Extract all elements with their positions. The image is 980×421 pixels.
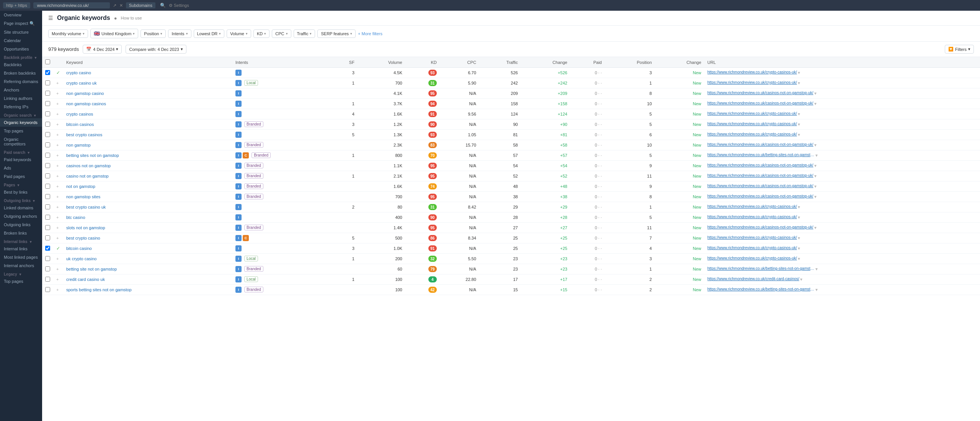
url-menu-icon[interactable]: ▾: [815, 153, 818, 158]
sidebar-item-organic-competitors[interactable]: Organic competitors: [0, 135, 42, 148]
url-menu-icon[interactable]: ▾: [798, 111, 800, 117]
url-link[interactable]: https://www.richmondreview.co.uk/crypto-…: [707, 204, 797, 209]
select-all-header[interactable]: [42, 57, 53, 68]
row-checkbox-cell[interactable]: [42, 99, 53, 109]
url-menu-icon[interactable]: ▾: [798, 132, 800, 137]
sidebar-section-organic[interactable]: Organic search ▼: [0, 111, 42, 118]
kd-filter[interactable]: KD ▾: [253, 29, 270, 38]
url-link[interactable]: https://www.richmondreview.co.uk/casinos…: [707, 173, 813, 178]
keyword-link[interactable]: credit card casino uk: [66, 277, 105, 282]
sidebar-item-internal-anchors[interactable]: Internal anchors: [0, 261, 42, 270]
sidebar-item-backlinks[interactable]: Backlinks: [0, 60, 42, 69]
keyword-header[interactable]: Keyword: [63, 57, 232, 68]
search-icon[interactable]: 🔍: [160, 3, 166, 8]
plus-icon[interactable]: +: [56, 256, 59, 261]
row-checkbox[interactable]: [45, 122, 50, 127]
expand-cell[interactable]: +: [53, 192, 63, 202]
plus-icon[interactable]: +: [56, 205, 59, 209]
url-link[interactable]: https://www.richmondreview.co.uk/crypto-…: [707, 111, 797, 116]
url-menu-icon[interactable]: ▾: [814, 194, 817, 199]
keyword-link[interactable]: casinos not on gamstop: [66, 163, 111, 168]
traffic-filter[interactable]: Traffic ▾: [294, 29, 315, 38]
expand-cell[interactable]: ✓: [53, 243, 63, 254]
url-menu-icon[interactable]: ▾: [798, 256, 800, 261]
protocol-selector[interactable]: http + https: [3, 2, 30, 8]
expand-cell[interactable]: +: [53, 161, 63, 171]
select-all-checkbox[interactable]: [45, 59, 50, 64]
row-checkbox-cell[interactable]: [42, 223, 53, 233]
row-checkbox[interactable]: [45, 235, 50, 240]
url-menu-icon[interactable]: ▾: [815, 287, 818, 292]
expand-cell[interactable]: +: [53, 202, 63, 212]
position-filter[interactable]: Position ▾: [140, 29, 166, 38]
expand-cell[interactable]: +: [53, 171, 63, 181]
expand-cell[interactable]: +: [53, 140, 63, 150]
sidebar-item-anchors[interactable]: Anchors: [0, 86, 42, 94]
row-checkbox[interactable]: [45, 173, 50, 178]
url-link[interactable]: https://www.richmondreview.co.uk/crypto-…: [707, 215, 797, 219]
keyword-link[interactable]: uk crypto casino: [66, 256, 96, 261]
url-menu-icon[interactable]: ▾: [814, 101, 817, 106]
url-menu-icon[interactable]: ▾: [814, 91, 817, 96]
intents-filter[interactable]: Intents ▾: [168, 29, 191, 38]
row-checkbox-cell[interactable]: [42, 171, 53, 181]
url-menu-icon[interactable]: ▾: [814, 142, 817, 148]
plus-icon[interactable]: +: [56, 215, 59, 220]
row-checkbox-cell[interactable]: [42, 285, 53, 295]
plus-icon[interactable]: +: [56, 153, 59, 158]
row-checkbox-cell[interactable]: [42, 274, 53, 285]
plus-icon[interactable]: +: [56, 81, 59, 85]
change-header[interactable]: Change: [521, 57, 570, 68]
row-checkbox[interactable]: [45, 277, 50, 282]
monthly-volume-filter[interactable]: Monthly volume ▾: [48, 29, 88, 38]
url-menu-icon[interactable]: ▾: [800, 277, 802, 282]
row-checkbox-cell[interactable]: [42, 192, 53, 202]
sidebar-item-most-linked[interactable]: Most linked pages: [0, 253, 42, 261]
plus-icon[interactable]: +: [56, 267, 59, 271]
traffic-header[interactable]: Traffic: [479, 57, 521, 68]
row-checkbox-cell[interactable]: [42, 181, 53, 192]
keyword-link[interactable]: non gamstop sites: [66, 194, 100, 199]
row-checkbox-cell[interactable]: [42, 202, 53, 212]
help-link[interactable]: How to use: [121, 16, 142, 20]
plus-icon[interactable]: +: [56, 277, 59, 282]
url-menu-icon[interactable]: ▾: [814, 173, 817, 179]
plus-icon[interactable]: +: [56, 194, 59, 199]
plus-icon[interactable]: +: [56, 184, 59, 189]
plus-icon[interactable]: +: [56, 143, 59, 147]
keyword-link[interactable]: betting site not on gamstop: [66, 267, 117, 271]
sidebar-item-top-pages[interactable]: Top pages: [0, 127, 42, 135]
lowest-dr-filter[interactable]: Lowest DR ▾: [194, 29, 225, 38]
row-checkbox-cell[interactable]: [42, 68, 53, 78]
row-checkbox[interactable]: [45, 266, 50, 271]
row-checkbox[interactable]: [45, 194, 50, 199]
row-checkbox[interactable]: [45, 142, 50, 147]
url-header[interactable]: URL: [704, 57, 980, 68]
row-checkbox[interactable]: [45, 91, 50, 96]
plus-icon[interactable]: +: [56, 112, 59, 116]
expand-cell[interactable]: +: [53, 212, 63, 223]
keyword-link[interactable]: bitcoin casinos: [66, 122, 94, 127]
url-link[interactable]: https://www.richmondreview.co.uk/credit-…: [707, 277, 799, 281]
expand-cell[interactable]: +: [53, 78, 63, 88]
url-link[interactable]: https://www.richmondreview.co.uk/casinos…: [707, 142, 813, 147]
more-filters-button[interactable]: + More filters: [358, 31, 382, 36]
url-link[interactable]: https://www.richmondreview.co.uk/casinos…: [707, 91, 813, 95]
expand-cell[interactable]: +: [53, 264, 63, 274]
expand-cell[interactable]: +: [53, 254, 63, 264]
row-checkbox[interactable]: [45, 215, 50, 220]
expand-cell[interactable]: ✓: [53, 68, 63, 78]
keyword-link[interactable]: best crypto casinos: [66, 132, 102, 137]
sidebar-item-organic-keywords[interactable]: Organic keywords: [0, 118, 42, 127]
close-icon[interactable]: ✕: [119, 3, 123, 8]
keyword-link[interactable]: non gamstop casinos: [66, 101, 106, 106]
keyword-link[interactable]: sports betting sites not on gamstop: [66, 287, 132, 292]
keyword-link[interactable]: crypto casino uk: [66, 81, 96, 85]
url-menu-icon[interactable]: ▾: [798, 215, 800, 220]
row-checkbox-cell[interactable]: [42, 78, 53, 88]
row-checkbox[interactable]: [45, 80, 50, 85]
url-menu-icon[interactable]: ▾: [798, 80, 800, 86]
sidebar-item-opportunities[interactable]: Opportunities: [0, 45, 42, 53]
keyword-link[interactable]: bitcoin casino: [66, 246, 92, 251]
sidebar-item-page-inspect[interactable]: Page inspect 🔍: [0, 19, 42, 28]
